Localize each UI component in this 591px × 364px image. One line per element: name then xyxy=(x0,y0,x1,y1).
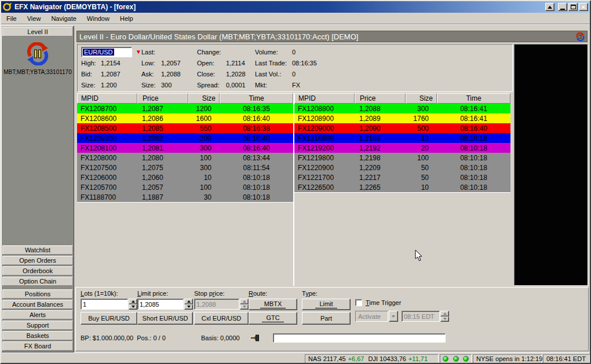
menu-window[interactable]: Window xyxy=(82,13,115,24)
table-row[interactable]: FX12168001,21681008:10:18 xyxy=(294,133,510,143)
bid-header-size[interactable]: Size xyxy=(188,93,220,104)
route-button[interactable]: MBTX xyxy=(249,299,297,310)
table-row[interactable]: FX12088001,208830008:16:41 xyxy=(294,104,510,113)
ask-header-price[interactable]: Price xyxy=(355,93,406,104)
table-row[interactable]: FX12192001,21922008:10:18 xyxy=(294,143,510,153)
tif-button[interactable]: GTC xyxy=(249,312,297,325)
limit-up-icon[interactable] xyxy=(184,299,193,304)
cell-mpid: FX1207500 xyxy=(77,164,137,172)
sidebar-item-baskets[interactable]: Baskets xyxy=(2,331,73,340)
maximize-button[interactable] xyxy=(568,3,578,11)
short-button[interactable]: Short EUR/USD xyxy=(137,312,193,325)
ask-header-time[interactable]: Time xyxy=(437,93,510,104)
sidebar-header-level2[interactable]: Level II xyxy=(2,27,73,36)
time-trigger-label: Time Trigger xyxy=(366,299,401,306)
cell-price: 1,2192 xyxy=(355,144,406,152)
sidebar-item-fx-board[interactable]: FX Board xyxy=(2,341,73,351)
table-row[interactable]: FX12081001,208130008:16:40 xyxy=(77,143,293,153)
table-row[interactable]: FX12057001,205710008:10:18 xyxy=(77,182,293,192)
cancel-button[interactable]: Cxl EUR/USD xyxy=(194,312,249,325)
note-input[interactable] xyxy=(273,333,446,343)
lots-up-icon[interactable] xyxy=(129,299,137,304)
cell-size: 100 xyxy=(188,183,220,192)
cell-size: 10 xyxy=(406,134,437,142)
time-trigger-checkbox[interactable] xyxy=(355,299,362,306)
cell-mpid: FX1206000 xyxy=(77,174,137,182)
lots-down-icon[interactable] xyxy=(129,304,137,310)
table-row[interactable]: FX12265001,22651008:10:18 xyxy=(294,182,510,192)
table-row[interactable]: FX12075001,207530008:11:54 xyxy=(77,163,293,172)
cell-time: 08:10:18 xyxy=(437,134,510,142)
sidebar-item-open-orders[interactable]: Open Orders xyxy=(2,256,73,265)
cell-time: 08:16:40 xyxy=(220,144,293,152)
bid-header-price[interactable]: Price xyxy=(137,93,188,104)
limit-price-stepper[interactable]: 1,2085 xyxy=(137,299,193,310)
buy-button[interactable]: Buy EUR/USD xyxy=(81,312,137,325)
bp-label: BP: xyxy=(81,334,91,341)
table-row[interactable]: FX12080001,208010008:13:44 xyxy=(77,153,293,163)
table-row[interactable]: FX12198001,219810008:10:18 xyxy=(294,153,510,163)
cell-time: 08:16:41 xyxy=(437,115,510,123)
pin-button[interactable] xyxy=(250,333,261,342)
close-button[interactable]: × xyxy=(579,3,588,11)
order-type-button[interactable]: Limit xyxy=(302,299,351,310)
symbol-dropdown-icon[interactable]: ▼ xyxy=(136,49,141,55)
menu-view[interactable]: View xyxy=(22,13,46,24)
table-row[interactable]: FX12089001,2089176008:16:41 xyxy=(294,113,510,123)
window-titlebar[interactable]: EFX Navigator (DEMOYBTA) - [forex] × xyxy=(1,1,590,13)
table-row[interactable]: FX12083001,208320008:16:40 xyxy=(77,133,293,143)
cell-mpid: FX1220900 xyxy=(294,164,355,172)
last-vol-label: Last Vol.: xyxy=(255,71,292,78)
open-label: Open: xyxy=(197,60,226,67)
sidebar-item-positions[interactable]: Positions xyxy=(2,289,73,299)
cell-size: 50 xyxy=(406,164,437,172)
table-row[interactable]: FX12090001,209050008:16:40 xyxy=(294,123,510,133)
cell-size: 1760 xyxy=(406,115,437,123)
table-row[interactable]: FX12209001,22095008:10:18 xyxy=(294,163,510,172)
shade-button[interactable] xyxy=(545,3,554,11)
ask-header-mpid[interactable]: MPID xyxy=(294,93,355,104)
cell-mpid: FX1208800 xyxy=(294,105,355,113)
sidebar-item-account-balances[interactable]: Account Balances xyxy=(2,300,73,309)
menu-file[interactable]: File xyxy=(1,13,22,24)
limit-price-value[interactable]: 1,2085 xyxy=(137,299,184,310)
high-value: 1,2154 xyxy=(101,60,121,67)
table-row[interactable]: FX12217001,22175008:10:18 xyxy=(294,172,510,182)
sidebar-item-support[interactable]: Support xyxy=(2,321,73,330)
cell-price: 1,2265 xyxy=(355,183,406,192)
cell-price: 1,2087 xyxy=(137,105,188,113)
sidebar-item-orderbook[interactable]: Orderbook xyxy=(2,266,73,275)
app-logo-gold-icon xyxy=(3,2,12,12)
sidebar-item-watchlist[interactable]: Watchlist xyxy=(2,245,73,255)
level2-titlebar[interactable]: Level II - Euro Dollar/United States Dol… xyxy=(76,31,588,42)
sidebar-item-option-chain[interactable]: Option Chain xyxy=(2,277,73,286)
minimize-button[interactable] xyxy=(558,3,567,11)
lots-stepper[interactable]: 1 xyxy=(81,299,137,310)
table-row[interactable]: FX11887001,18873008:10:18 xyxy=(77,192,293,202)
cell-mpid: FX1208100 xyxy=(77,144,137,152)
cell-price: 1,1887 xyxy=(137,193,188,201)
symbol-input[interactable]: EUR/USD xyxy=(81,47,132,57)
bid-header-mpid[interactable]: MPID xyxy=(77,93,137,104)
last-vol-value: 0 xyxy=(292,71,296,78)
table-row[interactable]: FX12060001,20601008:10:18 xyxy=(77,172,293,182)
menu-navigate[interactable]: Navigate xyxy=(46,13,81,24)
limit-down-icon[interactable] xyxy=(184,304,193,310)
ask-header-size[interactable]: Size xyxy=(406,93,437,104)
cell-size: 200 xyxy=(188,134,220,142)
menu-help[interactable]: Help xyxy=(115,13,138,24)
table-row[interactable]: FX12086001,2086160008:16:40 xyxy=(77,113,293,123)
table-row[interactable]: FX12087001,2087120008:16:35 xyxy=(77,104,293,113)
cell-time: 08:10:18 xyxy=(220,193,293,201)
bid-header-time[interactable]: Time xyxy=(220,93,293,104)
account-id-label: MBT;MBT;YBTA;33101170 xyxy=(2,69,74,75)
sidebar-item-alerts[interactable]: Alerts xyxy=(2,310,73,319)
pin-icon xyxy=(251,334,260,341)
part-button[interactable]: Part xyxy=(302,312,351,325)
mkt-label: Mkt: xyxy=(255,82,292,89)
cell-mpid: FX1208300 xyxy=(77,134,137,142)
lots-value[interactable]: 1 xyxy=(81,299,128,310)
cell-mpid: FX1219200 xyxy=(294,144,355,152)
cell-size: 30 xyxy=(188,193,220,201)
table-row[interactable]: FX12085001,208555008:16:38 xyxy=(77,123,293,133)
